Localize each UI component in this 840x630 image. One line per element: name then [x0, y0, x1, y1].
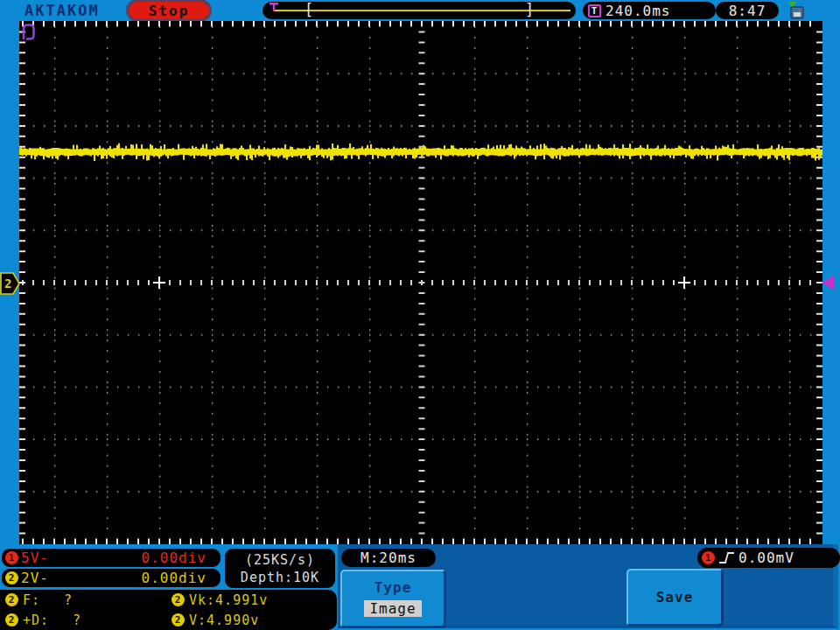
meas-badge: 2: [5, 593, 18, 606]
clock-readout: 8:47: [716, 2, 779, 19]
measurement-frequency: 2 F: ?: [5, 592, 172, 608]
timebase-value: M:20ms: [360, 550, 416, 566]
trigger-level-readout: 1 0.00mV: [697, 548, 840, 568]
memory-depth: Depth:10K: [241, 570, 319, 585]
svg-text:2: 2: [4, 276, 11, 290]
trigger-delay-value: 240.0ms: [606, 3, 670, 19]
channel1-position: 0.00div: [142, 550, 206, 566]
meas-badge: 2: [5, 613, 18, 626]
type-button[interactable]: Type Image: [340, 570, 446, 628]
trigger-level-marker[interactable]: [819, 275, 836, 290]
run-state-badge[interactable]: Stop: [129, 2, 209, 19]
channel1-readout: 1 5V- 0.00div: [2, 549, 220, 567]
acquisition-readout: (25KS/s) Depth:10K: [225, 549, 335, 588]
meas-badge: 2: [172, 593, 185, 606]
type-button-label: Type: [374, 579, 412, 596]
measurement-vk: 2 Vk: 4.991v: [172, 592, 337, 608]
channel2-scale: 2V-: [21, 570, 49, 586]
type-button-value: Image: [364, 600, 421, 617]
measurement-duty: 2 +D: ?: [5, 612, 172, 628]
meas-value: ?: [64, 592, 73, 608]
measurement-voltage: 2 V: 4.990v: [172, 612, 337, 628]
meas-value: ?: [73, 612, 81, 628]
channel1-badge: 1: [5, 551, 18, 564]
measurements-panel: 2 F: ? 2 Vk: 4.991v 2 +D: ? 2 V: 4.990v: [0, 590, 337, 630]
channel1-scale: 5V-: [21, 550, 49, 566]
clock-value: 8:47: [729, 3, 766, 19]
meas-value: 4.991v: [215, 592, 268, 608]
save-button[interactable]: Save: [626, 569, 724, 626]
run-state-label: Stop: [149, 3, 190, 19]
channel2-position: 0.00div: [142, 570, 206, 586]
window-bracket-right-icon: ]: [525, 1, 534, 18]
window-bracket-left-icon: [: [304, 1, 313, 18]
trigger-delay-readout: T 240.0ms: [583, 2, 716, 19]
status-bar: AKTAKOM Stop [ ] T 240.0ms 8:47: [0, 0, 840, 21]
channel2-badge: 2: [5, 571, 18, 584]
save-button-label: Save: [656, 589, 694, 606]
channel2-position-marker[interactable]: 2: [0, 271, 21, 296]
rising-edge-icon: [718, 550, 735, 565]
trigger-symbol: T: [588, 4, 601, 18]
usb-drive-icon: [786, 1, 807, 20]
brand-label: AKTAKOM: [24, 2, 100, 19]
trigger-t-icon: [269, 2, 280, 13]
meas-label: F:: [23, 592, 40, 608]
record-position-bar[interactable]: [ ]: [262, 2, 576, 19]
meas-label: V:: [189, 612, 206, 628]
timebase-readout: M:20ms: [341, 549, 436, 567]
waveform-display: [19, 21, 822, 544]
trigger-source-badge: 1: [702, 551, 715, 564]
graticule: [19, 21, 822, 544]
meas-badge: 2: [172, 613, 185, 626]
channel2-readout: 2 2V- 0.00div: [2, 569, 220, 587]
meas-value: 4.990v: [206, 612, 259, 628]
meas-label: Vk:: [189, 592, 215, 608]
sample-rate: (25KS/s): [245, 552, 315, 568]
meas-label: +D:: [23, 612, 49, 628]
trigger-level-value: 0.00mV: [738, 550, 794, 566]
